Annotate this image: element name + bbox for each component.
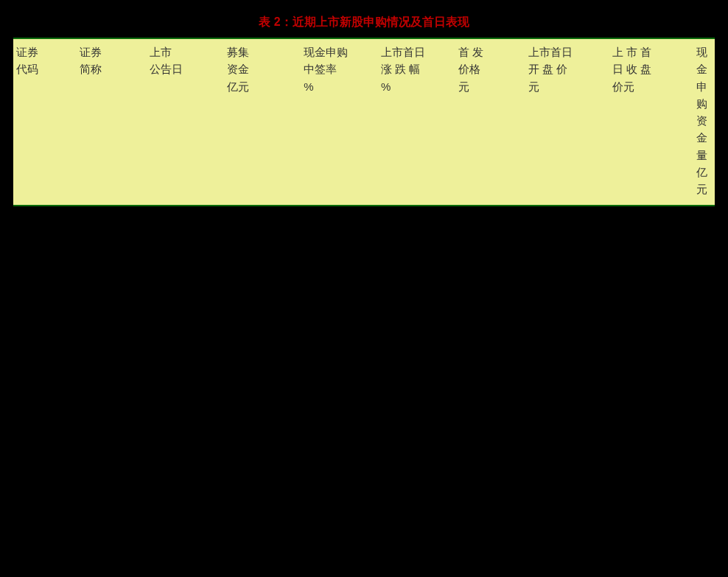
cell — [147, 253, 224, 276]
cell — [609, 253, 693, 276]
cell — [693, 300, 715, 324]
cell — [378, 206, 455, 229]
cell — [224, 347, 301, 371]
cell — [224, 536, 301, 559]
cell — [301, 276, 378, 300]
cell — [301, 512, 378, 536]
cell — [224, 465, 301, 489]
cell — [525, 300, 609, 324]
cell — [224, 229, 301, 253]
table-row — [13, 300, 715, 324]
cell — [455, 465, 525, 489]
cell — [609, 394, 693, 418]
cell — [13, 394, 77, 418]
cell — [77, 441, 147, 465]
cell — [301, 347, 378, 371]
cell — [13, 347, 77, 371]
cell — [525, 559, 609, 577]
cell — [455, 347, 525, 371]
cell — [147, 276, 224, 300]
col-stock-code: 证券代码 — [13, 38, 77, 206]
cell — [378, 418, 455, 441]
cell — [455, 394, 525, 418]
cell — [147, 229, 224, 253]
table-row — [13, 536, 715, 559]
cell — [455, 418, 525, 441]
header-line: 募集 — [227, 43, 298, 60]
cell — [224, 253, 301, 276]
header-line: 价格 — [458, 60, 522, 77]
cell — [455, 512, 525, 536]
cell — [301, 206, 378, 229]
cell — [224, 441, 301, 465]
header-line: % — [381, 78, 452, 95]
cell — [693, 206, 715, 229]
cell — [224, 512, 301, 536]
cell — [77, 371, 147, 394]
table-body — [13, 206, 715, 577]
cell — [609, 229, 693, 253]
cell — [147, 489, 224, 512]
header-line: 上市首日 — [381, 43, 452, 60]
header-line: 中签率 — [304, 60, 375, 77]
cell — [147, 441, 224, 465]
header-line: 现金申购 — [696, 43, 712, 112]
cell — [525, 253, 609, 276]
cell — [147, 206, 224, 229]
header-line: 代码 — [16, 60, 74, 77]
cell — [609, 276, 693, 300]
header-line: 元 — [528, 78, 606, 95]
cell — [525, 206, 609, 229]
cell — [77, 206, 147, 229]
cell — [147, 347, 224, 371]
cell — [378, 489, 455, 512]
cell — [77, 536, 147, 559]
cell — [609, 324, 693, 347]
table-row — [13, 347, 715, 371]
cell — [13, 418, 77, 441]
table-row — [13, 206, 715, 229]
cell — [455, 300, 525, 324]
table-title: 表 2：近期上市新股申购情况及首日表现 — [13, 10, 715, 38]
cell — [378, 465, 455, 489]
cell — [224, 371, 301, 394]
col-funds-raised: 募集资金亿元 — [224, 38, 301, 206]
cell — [13, 559, 77, 577]
col-first-day-change: 上市首日涨 跌 幅% — [378, 38, 455, 206]
header-line: 证券 — [80, 43, 144, 60]
header-line: 上市 — [150, 43, 221, 60]
cell — [693, 371, 715, 394]
col-cash-subscription: 现金申购资金量亿元 — [693, 38, 715, 206]
ipo-table: 证券代码 证券简称 上市公告日 募集资金亿元 现金申购中签率% 上市首日涨 跌 … — [13, 38, 715, 577]
cell — [147, 324, 224, 347]
cell — [147, 394, 224, 418]
cell — [378, 300, 455, 324]
cell — [224, 489, 301, 512]
cell — [455, 229, 525, 253]
cell — [525, 441, 609, 465]
header-line: 现金申购 — [304, 43, 375, 60]
cell — [378, 559, 455, 577]
header-line: 首 发 — [458, 43, 522, 60]
table-row — [13, 394, 715, 418]
col-close-price: 上 市 首日 收 盘价元 — [609, 38, 693, 206]
cell — [378, 347, 455, 371]
table-row — [13, 465, 715, 489]
cell — [455, 536, 525, 559]
cell — [525, 512, 609, 536]
cell — [147, 418, 224, 441]
table-row — [13, 418, 715, 441]
cell — [378, 324, 455, 347]
header-line: 涨 跌 幅 — [381, 60, 452, 77]
cell — [693, 418, 715, 441]
cell — [525, 371, 609, 394]
cell — [147, 512, 224, 536]
cell — [525, 536, 609, 559]
cell — [455, 253, 525, 276]
cell — [455, 489, 525, 512]
cell — [525, 276, 609, 300]
cell — [525, 418, 609, 441]
cell — [301, 324, 378, 347]
cell — [525, 347, 609, 371]
cell — [77, 512, 147, 536]
